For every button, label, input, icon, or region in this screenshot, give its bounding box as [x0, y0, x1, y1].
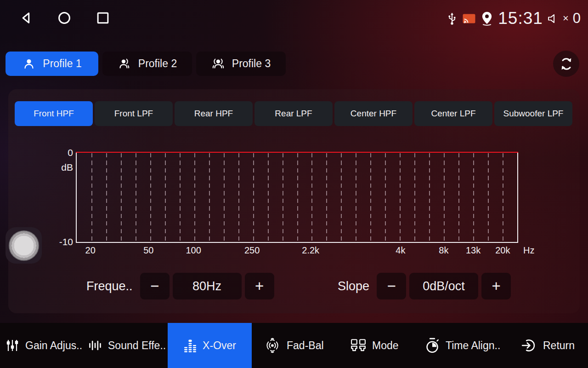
- stopwatch-icon: [425, 338, 440, 353]
- back-triangle-icon: [19, 11, 34, 25]
- status-bar: 15:31 × 0: [0, 0, 588, 37]
- bottom-navigation: Gain Adjus.. Sound Effe.. X-Ov: [0, 323, 588, 368]
- nav-mode[interactable]: Mode: [351, 323, 399, 368]
- mode-icon: [351, 339, 366, 352]
- plus-icon: +: [492, 277, 500, 295]
- channel-filter-tabs: Front HPF Front LPF Rear HPF Rear LPF Ce…: [15, 101, 572, 126]
- tab-label: Rear HPF: [194, 109, 233, 119]
- slope-increase-button[interactable]: +: [481, 273, 511, 299]
- filter-tab-center-lpf[interactable]: Center LPF: [414, 101, 492, 126]
- nav-label: Return: [543, 339, 575, 352]
- profile-1-button[interactable]: Profile 1: [6, 52, 98, 76]
- status-icons-cluster: 15:31 × 0: [446, 6, 581, 31]
- minus-icon: −: [387, 277, 396, 295]
- equalizer-icon: [183, 339, 197, 352]
- location-icon: [480, 11, 494, 26]
- frequency-decrease-button[interactable]: −: [140, 273, 170, 299]
- xover-panel: Front HPF Front LPF Rear HPF Rear LPF Ce…: [8, 89, 580, 313]
- clock: 15:31: [498, 9, 543, 28]
- nav-label: Mode: [372, 339, 399, 352]
- nav-label: Gain Adjus..: [25, 339, 82, 352]
- person-icon: [22, 57, 36, 71]
- minus-icon: −: [150, 277, 159, 295]
- response-curve: [76, 152, 518, 153]
- volume-muted-icon[interactable]: [547, 12, 560, 25]
- android-home-button[interactable]: [57, 10, 72, 26]
- cast-icon: [462, 13, 476, 24]
- fader-balance-icon: [264, 337, 281, 354]
- tab-label: Subwoofer LPF: [503, 109, 564, 119]
- sound-effect-icon: [88, 339, 102, 352]
- tab-label: Front HPF: [34, 109, 74, 119]
- tab-label: Center HPF: [351, 109, 396, 119]
- usb-icon: [446, 11, 458, 26]
- filter-tab-subwoofer-lpf[interactable]: Subwoofer LPF: [494, 101, 572, 126]
- return-arrow-icon: [521, 338, 537, 353]
- volume-mute-mark: ×: [563, 12, 569, 24]
- chart-gridlines: [77, 152, 517, 242]
- nav-time-align[interactable]: Time Align..: [425, 323, 500, 368]
- slope-control: Slope − 0dB/oct +: [338, 273, 511, 299]
- y-axis-unit: dB: [56, 162, 73, 173]
- reset-sync-button[interactable]: [553, 51, 579, 77]
- android-recents-button[interactable]: [95, 10, 111, 26]
- profile-2-button[interactable]: Profile 2: [102, 52, 192, 76]
- nav-x-over[interactable]: X-Over: [168, 323, 252, 368]
- tab-label: Rear LPF: [275, 109, 312, 119]
- filter-tab-rear-hpf[interactable]: Rear HPF: [175, 101, 253, 126]
- nav-label: Sound Effe..: [108, 339, 166, 352]
- profile-label: Profile 1: [43, 58, 81, 70]
- refresh-icon: [558, 56, 575, 72]
- knob-circle-icon: [9, 230, 39, 261]
- home-circle-icon: [57, 11, 72, 25]
- floating-assist-knob[interactable]: [6, 227, 42, 264]
- nav-return[interactable]: Return: [521, 323, 575, 368]
- profile-label: Profile 3: [232, 58, 271, 70]
- x-axis-unit: Hz: [523, 245, 534, 256]
- profile-3-button[interactable]: Profile 3: [196, 52, 286, 76]
- nav-label: Fad-Bal: [287, 339, 324, 352]
- nav-gain-adjust[interactable]: Gain Adjus..: [6, 323, 82, 368]
- recents-square-icon: [96, 11, 110, 25]
- filter-tab-center-hpf[interactable]: Center HPF: [334, 101, 413, 126]
- person-broadcast-icon: [211, 57, 225, 71]
- slope-label: Slope: [338, 279, 369, 293]
- tab-label: Center LPF: [431, 109, 475, 119]
- y-axis-tick-0: 0: [56, 147, 73, 158]
- volume-level: 0: [573, 10, 581, 27]
- frequency-control: Freque.. − 80Hz +: [86, 273, 274, 299]
- profile-label: Profile 2: [138, 58, 177, 70]
- filter-tab-front-lpf[interactable]: Front LPF: [95, 101, 173, 126]
- nav-label: X-Over: [203, 339, 236, 352]
- frequency-response-chart: 0 dB -10 20501002502.2k4k8k13k20k Hz: [76, 152, 518, 243]
- nav-sound-effect[interactable]: Sound Effe..: [88, 323, 166, 368]
- frequency-label: Freque..: [86, 279, 133, 293]
- frequency-value: 80Hz: [173, 273, 242, 299]
- nav-label: Time Align..: [446, 339, 500, 352]
- y-axis-tick-min: -10: [51, 236, 73, 247]
- filter-tab-front-hpf[interactable]: Front HPF: [15, 101, 93, 126]
- nav-fad-bal[interactable]: Fad-Bal: [264, 323, 324, 368]
- frequency-increase-button[interactable]: +: [245, 273, 274, 299]
- plus-icon: +: [255, 277, 264, 295]
- chart-x-axis-labels: 20501002502.2k4k8k13k20k: [77, 242, 517, 256]
- slope-decrease-button[interactable]: −: [377, 273, 406, 299]
- filter-tab-rear-lpf[interactable]: Rear LPF: [254, 101, 333, 126]
- gain-sliders-icon: [6, 339, 19, 352]
- android-back-button[interactable]: [18, 10, 34, 26]
- head-unit-screen: 15:31 × 0 Profile 1: [0, 0, 588, 368]
- person-speaking-icon: [118, 57, 131, 71]
- tab-label: Front LPF: [114, 109, 153, 119]
- slope-value: 0dB/oct: [409, 273, 478, 299]
- profile-tabs: Profile 1 Profile 2: [6, 52, 286, 76]
